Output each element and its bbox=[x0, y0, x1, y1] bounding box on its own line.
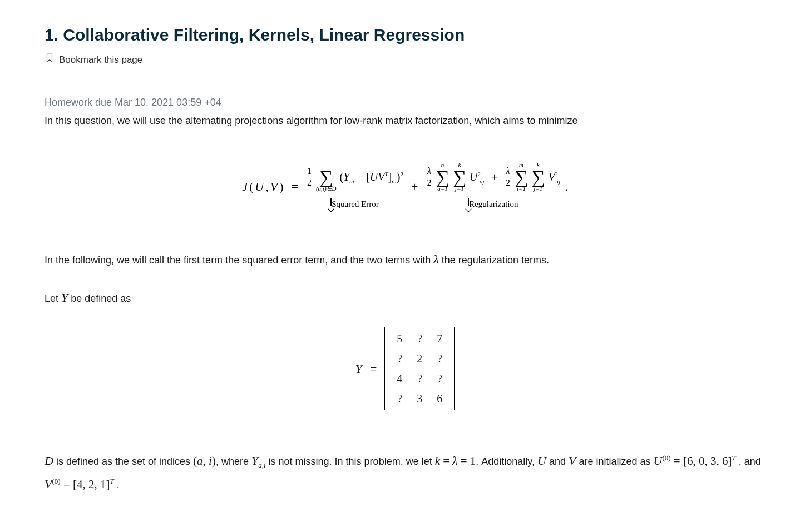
definitions-paragraph: D is defined as the set of indices (a, i… bbox=[45, 449, 765, 496]
term-naming-paragraph: In the following, we will call the first… bbox=[45, 250, 765, 269]
intro-text: In this question, we will use the altern… bbox=[45, 113, 765, 128]
let-y-paragraph: Let Y be defined as bbox=[45, 289, 765, 307]
regularization-group: λ 2 n ∑ a=1 k ∑ j=1 U2aj + λ bbox=[426, 162, 560, 212]
objective-equation: J ( U , V ) = 1 2 ∑ (a,i)∈D (Yai − [ bbox=[45, 162, 765, 212]
squared-error-group: 1 2 ∑ (a,i)∈D (Yai − [UVT]ai)2 Squared E… bbox=[306, 162, 403, 212]
bookmark-icon bbox=[45, 53, 55, 67]
section-divider bbox=[45, 524, 765, 524]
underbrace-regularization: Regularization bbox=[469, 200, 518, 208]
underbrace-squared-error: Squared Error bbox=[332, 200, 379, 208]
matrix-y: Y = 5?7 ?2? 4?? ?36 bbox=[45, 327, 765, 410]
bookmark-label: Bookmark this page bbox=[59, 53, 142, 67]
page-title: 1. Collaborative Filtering, Kernels, Lin… bbox=[45, 22, 765, 47]
due-date-line: Homework due Mar 10, 2021 03:59 +04 bbox=[45, 95, 765, 110]
bookmark-button[interactable]: Bookmark this page bbox=[45, 53, 765, 67]
